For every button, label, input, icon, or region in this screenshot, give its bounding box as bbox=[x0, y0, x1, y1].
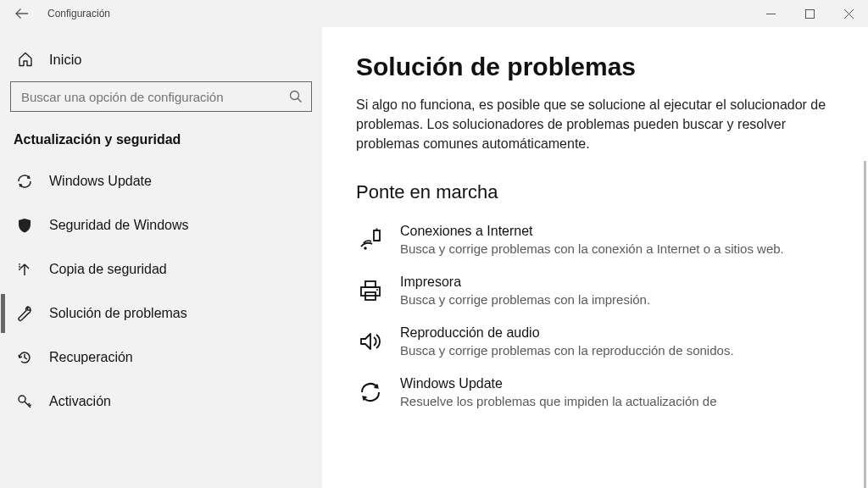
close-button[interactable] bbox=[829, 0, 868, 27]
svg-point-3 bbox=[364, 247, 366, 249]
svg-rect-0 bbox=[805, 9, 814, 18]
troubleshooter-audio[interactable]: Reproducción de audio Busca y corrige pr… bbox=[356, 325, 831, 359]
titlebar: Configuración bbox=[0, 0, 868, 27]
window-controls bbox=[751, 0, 868, 27]
sync-icon bbox=[15, 172, 34, 191]
settings-window: Configuración Inicio bbox=[0, 0, 868, 488]
troubleshooter-windows-update[interactable]: Windows Update Resuelve los problemas qu… bbox=[356, 376, 831, 410]
sidebar-item-label: Copia de seguridad bbox=[49, 262, 167, 277]
search-box[interactable] bbox=[10, 81, 312, 112]
troubleshooter-list: Conexiones a Internet Busca y corrige pr… bbox=[356, 224, 843, 411]
history-icon bbox=[15, 348, 34, 367]
sidebar-item-label: Seguridad de Windows bbox=[49, 218, 189, 233]
troubleshooter-title: Impresora bbox=[400, 274, 650, 290]
sidebar-item-label: Solución de problemas bbox=[49, 306, 187, 321]
svg-point-2 bbox=[19, 396, 25, 402]
svg-rect-4 bbox=[374, 230, 380, 241]
key-icon bbox=[15, 392, 34, 411]
troubleshooter-printer[interactable]: Impresora Busca y corrige problemas con … bbox=[356, 274, 831, 308]
backup-arrow-icon bbox=[15, 260, 34, 279]
sidebar-item-recovery[interactable]: Recuperación bbox=[10, 336, 312, 380]
printer-icon bbox=[356, 276, 385, 305]
back-button[interactable] bbox=[7, 0, 37, 27]
troubleshooter-desc: Busca y corrige problemas con la reprodu… bbox=[400, 342, 734, 359]
svg-rect-5 bbox=[365, 281, 376, 287]
sidebar-item-windows-update[interactable]: Windows Update bbox=[10, 159, 312, 203]
section-title: Ponte en marcha bbox=[356, 181, 843, 203]
sidebar-item-label: Windows Update bbox=[49, 174, 152, 189]
search-input[interactable] bbox=[19, 89, 287, 105]
page-title: Solución de problemas bbox=[356, 53, 843, 81]
svg-point-8 bbox=[376, 289, 378, 291]
troubleshooter-title: Reproducción de audio bbox=[400, 325, 734, 341]
main-content: Solución de problemas Si algo no funcion… bbox=[322, 27, 868, 488]
scrollbar[interactable] bbox=[864, 161, 866, 488]
search-icon bbox=[287, 90, 304, 103]
audio-icon bbox=[356, 327, 385, 356]
sidebar-item-activation[interactable]: Activación bbox=[10, 380, 312, 424]
troubleshooter-desc: Resuelve los problemas que impiden la ac… bbox=[400, 393, 717, 410]
sync-icon bbox=[356, 378, 385, 407]
troubleshooter-title: Conexiones a Internet bbox=[400, 224, 784, 239]
wrench-icon bbox=[15, 304, 34, 323]
troubleshooter-internet[interactable]: Conexiones a Internet Busca y corrige pr… bbox=[356, 224, 831, 258]
minimize-icon bbox=[766, 9, 776, 19]
maximize-icon bbox=[805, 9, 815, 19]
minimize-button[interactable] bbox=[751, 0, 790, 27]
sidebar-item-troubleshoot[interactable]: Solución de problemas bbox=[10, 291, 312, 336]
shield-icon bbox=[15, 216, 34, 235]
troubleshooter-desc: Busca y corrige problemas con la impresi… bbox=[400, 291, 650, 308]
sidebar-nav: Windows Update Seguridad de Windows Copi… bbox=[10, 159, 312, 424]
arrow-left-icon bbox=[15, 7, 29, 20]
internet-icon bbox=[356, 225, 385, 254]
svg-rect-6 bbox=[361, 287, 380, 296]
home-label: Inicio bbox=[49, 52, 82, 68]
sidebar-item-windows-security[interactable]: Seguridad de Windows bbox=[10, 203, 312, 247]
troubleshooter-desc: Busca y corrige problemas con la conexió… bbox=[400, 241, 784, 258]
sidebar-item-label: Recuperación bbox=[49, 350, 133, 365]
maximize-button[interactable] bbox=[790, 0, 829, 27]
home-icon bbox=[17, 51, 34, 68]
svg-point-1 bbox=[291, 92, 299, 100]
sidebar-section-title: Actualización y seguridad bbox=[10, 132, 312, 159]
page-intro: Si algo no funciona, es posible que se s… bbox=[356, 95, 831, 154]
home-nav[interactable]: Inicio bbox=[10, 42, 312, 81]
sidebar-item-backup[interactable]: Copia de seguridad bbox=[10, 247, 312, 291]
close-icon bbox=[844, 9, 854, 19]
troubleshooter-title: Windows Update bbox=[400, 376, 717, 391]
sidebar-item-label: Activación bbox=[49, 394, 111, 409]
sidebar: Inicio Actualización y seguridad Windows… bbox=[0, 27, 322, 488]
app-title: Configuración bbox=[47, 8, 110, 19]
